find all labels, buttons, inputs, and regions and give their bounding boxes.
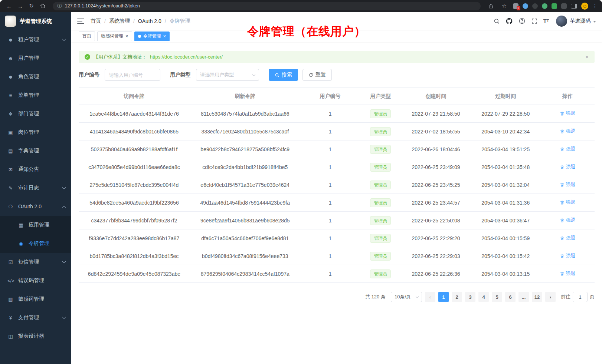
force-logout-button[interactable]: 强退 <box>560 270 576 277</box>
extension-icon[interactable] <box>561 3 567 9</box>
sidebar-item-audit-log[interactable]: ✎审计日志 <box>0 179 71 197</box>
sidebar-item-dept[interactable]: ❖部门管理 <box>0 105 71 123</box>
force-logout-label: 强退 <box>566 252 576 259</box>
collapse-sidebar-icon[interactable] <box>77 19 84 24</box>
user-type-cell: 管理员 <box>360 176 401 194</box>
prev-page-button[interactable]: ‹ <box>425 292 435 302</box>
page-button-3[interactable]: 3 <box>465 292 475 302</box>
action-cell: 强退 <box>540 247 595 265</box>
user-menu[interactable]: 芋道源码 <box>556 16 596 27</box>
search-icon[interactable] <box>493 18 500 24</box>
sidebar-item-user[interactable]: ☻用户管理 <box>0 49 71 67</box>
pagination-total: 共 120 条 <box>365 294 386 300</box>
share-icon[interactable] <box>486 1 495 11</box>
sidebar-item-report-designer[interactable]: ◫报表设计器 <box>0 327 71 345</box>
browser-profile-avatar[interactable]: ☺ <box>581 3 588 10</box>
tab-home[interactable]: 首页 <box>79 32 95 41</box>
next-page-button[interactable]: › <box>545 292 556 302</box>
address-bar[interactable]: ⓘ 127.0.0.1:1024/system/oauth2/token <box>53 2 481 10</box>
page-size-select[interactable]: 10条/页 <box>391 292 422 302</box>
column-header: 过期时间 <box>471 88 540 105</box>
shield-icon: ☑ <box>7 259 14 265</box>
sidebar-item-sms[interactable]: ☑短信管理 <box>0 253 71 271</box>
sidebar-item-tenant[interactable]: ☻租户管理 <box>0 30 71 49</box>
forward-icon[interactable]: → <box>16 1 25 11</box>
search-button[interactable]: 搜索 <box>269 69 298 81</box>
breadcrumb-item[interactable]: 系统管理 <box>109 18 130 24</box>
reload-icon[interactable]: ↻ <box>27 1 36 11</box>
extension-icon[interactable] <box>542 3 547 9</box>
close-tab-icon[interactable]: × <box>163 34 166 39</box>
reset-button[interactable]: 重置 <box>302 69 332 81</box>
goto-page-input[interactable] <box>573 292 588 302</box>
sidebar-item-pay[interactable]: ¥支付管理 <box>0 308 71 327</box>
bookmark-star-icon[interactable]: ☆ <box>500 1 509 11</box>
github-icon[interactable] <box>506 17 513 25</box>
sidebar-item-oauth2-token[interactable]: ◉令牌管理 <box>0 234 71 253</box>
home-icon[interactable] <box>38 1 47 11</box>
sidebar-item-oauth2-app[interactable]: ▦应用管理 <box>0 216 71 234</box>
tab-oauth2-token[interactable]: 令牌管理× <box>134 32 170 41</box>
user-type-badge: 管理员 <box>370 181 391 189</box>
user-id-input[interactable] <box>105 69 160 81</box>
close-tab-icon[interactable]: × <box>125 34 128 39</box>
sidebar-item-menu[interactable]: ≡菜单管理 <box>0 86 71 105</box>
sidebar-item-notice[interactable]: ✉通知公告 <box>0 160 71 179</box>
force-logout-button[interactable]: 强退 <box>560 110 576 117</box>
column-header: 创建时间 <box>401 88 471 105</box>
force-logout-button[interactable]: 强退 <box>560 217 576 224</box>
force-logout-button[interactable]: 强退 <box>560 163 576 170</box>
sidebar-item-oauth2[interactable]: ❍OAuth 2.0 <box>0 197 71 216</box>
tab-sensitive-word[interactable]: 敏感词管理× <box>97 32 132 41</box>
page-button-5[interactable]: 5 <box>492 292 502 302</box>
force-logout-button[interactable]: 强退 <box>560 146 576 152</box>
force-logout-button[interactable]: 强退 <box>560 199 576 206</box>
expire-time-cell: 2054-03-04 01:31:36 <box>471 194 540 212</box>
force-logout-button[interactable]: 强退 <box>560 252 576 259</box>
side-panel-icon[interactable] <box>571 4 577 9</box>
menu-kebab-icon[interactable]: ⋮ <box>592 3 598 9</box>
chevron-down-icon <box>62 185 66 189</box>
extension-icon[interactable] <box>523 3 528 9</box>
fullscreen-icon[interactable] <box>531 18 538 24</box>
force-logout-button[interactable]: 强退 <box>560 181 576 188</box>
table-row: 41c41346a548490f9dc8b01c6bfe0865333ecfc7… <box>79 123 595 140</box>
breadcrumb-item[interactable]: 首页 <box>91 18 101 24</box>
sidebar-item-error-code[interactable]: </>错误码管理 <box>0 271 71 290</box>
goto-suffix: 页 <box>590 294 595 300</box>
page-ellipsis-button[interactable]: ... <box>518 292 529 302</box>
action-cell: 强退 <box>540 105 595 123</box>
user-type-badge: 管理员 <box>370 252 391 261</box>
force-logout-label: 强退 <box>566 235 576 241</box>
back-icon[interactable]: ← <box>4 1 14 11</box>
report-icon: ◫ <box>7 334 14 339</box>
sidebar-item-post[interactable]: ▣岗位管理 <box>0 123 71 142</box>
force-logout-label: 强退 <box>566 128 576 135</box>
user-type-badge: 管理员 <box>370 127 391 136</box>
tree-icon: ❖ <box>7 111 14 117</box>
page-button-12[interactable]: 12 <box>532 292 542 302</box>
page-button-2[interactable]: 2 <box>452 292 462 302</box>
text-size-icon[interactable] <box>543 18 549 24</box>
table-body: 1ea5e44f8bc1467aaede43144f31de76811c5304… <box>79 105 595 283</box>
force-logout-button[interactable]: 强退 <box>560 128 576 135</box>
extension-icon[interactable] <box>552 3 557 9</box>
users-icon: ☻ <box>7 74 14 80</box>
page-button-4[interactable]: 4 <box>478 292 489 302</box>
sidebar-item-dict[interactable]: ▤字典管理 <box>0 142 71 160</box>
extension-icon[interactable] <box>532 3 538 9</box>
close-alert-icon[interactable]: × <box>585 54 589 60</box>
page-button-6[interactable]: 6 <box>505 292 516 302</box>
alert-link[interactable]: https://doc.iocoder.cn/user-center/ <box>150 54 223 60</box>
sidebar-item-sensitive-word[interactable]: ▥敏感词管理 <box>0 290 71 308</box>
sidebar-item-role[interactable]: ☻角色管理 <box>0 67 71 86</box>
extension-icon[interactable]: 0 <box>513 3 518 9</box>
page-button-1[interactable]: 1 <box>438 292 449 302</box>
user-icon: ☻ <box>7 56 14 61</box>
user-type-select[interactable]: 请选择用户类型 <box>196 69 259 81</box>
force-logout-button[interactable]: 强退 <box>560 235 576 241</box>
help-icon[interactable] <box>518 17 526 24</box>
page-info-icon[interactable]: ⓘ <box>57 3 62 9</box>
breadcrumb-item[interactable]: OAuth 2.0 <box>138 18 161 24</box>
refresh-token-cell: 8796295f04064c2983414cc54af1097a <box>190 265 301 283</box>
